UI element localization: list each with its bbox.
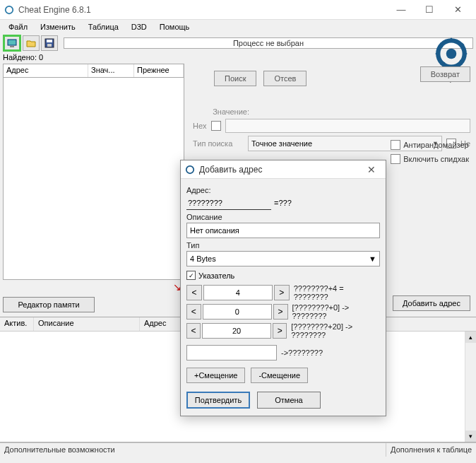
value-input[interactable] — [225, 119, 470, 133]
add-to-list-icon[interactable]: ↘ — [3, 280, 184, 294]
offset-dec-button-1[interactable]: < — [186, 304, 201, 320]
remove-offset-button[interactable]: -Смещение — [251, 368, 308, 383]
status-left[interactable]: Дополнительные возможности — [0, 443, 386, 457]
dialog-type-label: Тип — [186, 241, 380, 250]
app-icon — [4, 5, 14, 15]
results-list[interactable] — [3, 78, 184, 280]
hex-checkbox[interactable] — [211, 121, 221, 131]
pointer-label: Указатель — [198, 271, 234, 280]
svg-point-0 — [6, 6, 13, 13]
process-text: Процесс не выбран — [64, 39, 472, 47]
status-right[interactable]: Дополнения к таблице — [386, 443, 476, 457]
col-address[interactable]: Адрес — [4, 64, 88, 77]
dialog-desc-label: Описание — [186, 213, 380, 221]
offset-dec-button-2[interactable]: < — [186, 323, 201, 339]
undo-scan-button[interactable]: Возврат — [420, 66, 470, 82]
chevron-down-icon: ▼ — [369, 254, 376, 263]
dialog-icon — [185, 165, 195, 175]
dialog-cancel-button[interactable]: Отмена — [257, 392, 321, 409]
dialog-close-button[interactable]: ✕ — [362, 164, 381, 175]
scantype-label: Тип поиска — [193, 139, 244, 148]
save-button[interactable] — [41, 35, 58, 51]
scroll-down-icon[interactable]: ▾ — [465, 430, 476, 442]
offset-dec-button-0[interactable]: < — [186, 285, 202, 300]
folder-open-icon — [26, 38, 36, 48]
add-address-dialog: Добавить адрес ✕ Адрес: =??? Описание Ти… — [180, 160, 386, 416]
scantype-value: Точное значение — [251, 139, 312, 148]
add-address-button[interactable]: Добавить адрес — [393, 295, 470, 311]
offset-input-0[interactable] — [203, 285, 273, 300]
svg-rect-5 — [47, 44, 52, 47]
svg-point-7 — [446, 49, 457, 59]
tcol-active[interactable]: Актив. — [0, 317, 34, 331]
dialog-addr-label: Адрес: — [186, 186, 380, 194]
offset-text-2: [????????+20] -> ???????? — [291, 322, 380, 339]
menubar: Файл Изменить Таблица D3D Помощь — [0, 20, 476, 34]
value-label: Значение: — [193, 107, 249, 116]
offset-text-1: [????????+0] -> ???????? — [292, 303, 380, 320]
menu-edit[interactable]: Изменить — [35, 21, 81, 33]
offset-input-1[interactable] — [203, 304, 272, 320]
speedhack-label: Включить спидхак — [403, 155, 469, 163]
table-scrollbar[interactable]: ▴ ▾ — [465, 332, 476, 442]
svg-point-8 — [186, 165, 194, 173]
window-title: Cheat Engine 6.8.1 — [18, 5, 387, 15]
offset-text-0: ????????+4 = ???????? — [294, 284, 380, 301]
svg-rect-1 — [8, 40, 16, 45]
antirandom-checkbox[interactable] — [391, 140, 400, 150]
menu-help[interactable]: Помощь — [154, 21, 196, 33]
open-button[interactable] — [23, 35, 40, 51]
menu-file[interactable]: Файл — [3, 21, 33, 33]
offset-inc-button-0[interactable]: > — [274, 285, 290, 300]
memory-editor-button[interactable]: Редактор памяти — [3, 297, 95, 312]
select-process-button[interactable] — [3, 35, 21, 52]
first-scan-button[interactable]: Поиск — [214, 71, 256, 86]
offset-inc-button-1[interactable]: > — [273, 304, 288, 320]
process-bar: Процесс не выбран — [64, 37, 473, 49]
tcol-desc[interactable]: Описание — [34, 317, 140, 331]
base-address-input[interactable] — [186, 345, 277, 361]
dialog-addr-eq: =??? — [274, 199, 292, 207]
maximize-button[interactable]: ☐ — [415, 1, 444, 19]
minimize-button[interactable]: — — [387, 1, 415, 19]
dialog-type-select[interactable]: 4 Bytes ▼ — [186, 251, 380, 266]
offset-input-2[interactable] — [202, 323, 271, 339]
col-value[interactable]: Знач... — [88, 64, 134, 77]
pointer-checkbox[interactable]: ✓ — [186, 271, 196, 280]
svg-rect-2 — [10, 46, 14, 47]
svg-rect-4 — [47, 40, 52, 42]
dialog-title: Добавить адрес — [199, 165, 362, 175]
scroll-up-icon[interactable]: ▴ — [465, 332, 476, 343]
next-scan-button[interactable]: Отсев — [263, 71, 307, 86]
computer-icon — [7, 38, 17, 48]
hex-label: Hex — [193, 122, 207, 130]
menu-table[interactable]: Таблица — [83, 21, 124, 33]
dialog-ok-button[interactable]: Подтвердить — [186, 392, 250, 409]
antirandom-label: Антирандомайзер — [403, 141, 468, 149]
col-previous[interactable]: Прежнее — [134, 64, 184, 77]
speedhack-checkbox[interactable] — [391, 154, 400, 164]
dialog-type-value: 4 Bytes — [190, 254, 216, 263]
close-button[interactable]: ✕ — [444, 1, 472, 19]
offset-inc-button-2[interactable]: > — [273, 323, 287, 339]
found-label: Найдено: 0 — [0, 52, 476, 62]
dialog-desc-input[interactable] — [186, 223, 380, 238]
add-offset-button[interactable]: +Смещение — [186, 368, 245, 383]
base-arrow-text: ->???????? — [281, 348, 323, 357]
floppy-icon — [44, 38, 54, 48]
dialog-addr-input[interactable] — [186, 196, 271, 210]
menu-d3d[interactable]: D3D — [126, 21, 153, 33]
results-header: Адрес Знач... Прежнее — [3, 64, 184, 78]
